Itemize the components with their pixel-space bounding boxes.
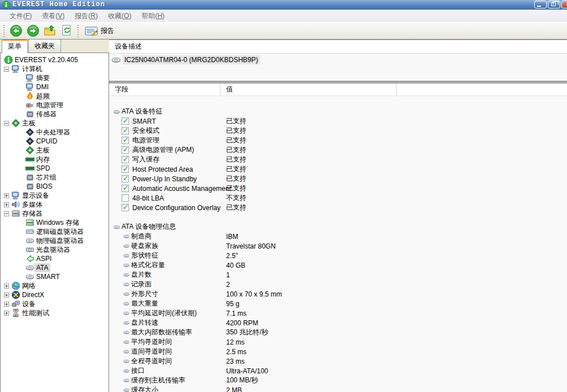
expand-icon[interactable]	[4, 302, 9, 307]
tree-item-计算机[interactable]: 计算机	[1, 64, 109, 73]
app-icon	[2, 1, 10, 8]
tree-item-传感器[interactable]: 传感器	[1, 110, 109, 119]
menu-item-h[interactable]: 帮助(H)	[136, 10, 170, 23]
tree-item-设备[interactable]: 设备	[1, 299, 109, 308]
table-row[interactable]: 缓存大小2 MB	[109, 385, 567, 392]
benchmark-icon	[11, 308, 20, 317]
tree-item-DirectX[interactable]: DirectX	[1, 290, 109, 299]
table-row[interactable]: 平均寻道时间12 ms	[109, 337, 567, 347]
table-row[interactable]: Power-Up In Standby已支持	[109, 174, 567, 184]
table-row[interactable]: Automatic Acoustic Management已支持	[109, 184, 567, 193]
toolbar-grip[interactable]	[3, 25, 6, 37]
menu-item-o[interactable]: 收藏(O)	[103, 10, 136, 23]
ram-icon	[25, 164, 34, 173]
tree-item-label: 性能测试	[20, 308, 51, 319]
table-row[interactable]: 盘片转速4200 RPM	[109, 318, 567, 328]
field-value: Travelstar 80GN	[220, 242, 276, 250]
table-row[interactable]: 格式化容量40 GB	[109, 260, 567, 270]
hdd-icon	[122, 387, 131, 392]
tree-item-BIOS[interactable]: BIOS	[1, 182, 109, 191]
table-row[interactable]: 外形尺寸100 x 70 x 9.5 mm	[109, 289, 567, 299]
tree-item-网络[interactable]: 网络	[1, 281, 109, 290]
table-row[interactable]: 记录面2	[109, 280, 567, 289]
minimize-button[interactable]	[534, 1, 547, 8]
tree-item-主板[interactable]: 主板	[1, 146, 109, 155]
table-row[interactable]: Device Configuration Overlay已支持	[109, 203, 567, 212]
table-row[interactable]: 最大重量95 g	[109, 299, 567, 308]
tree-item-ASPI[interactable]: ASPI	[1, 254, 109, 263]
column-header-value[interactable]: 值	[220, 84, 397, 95]
board-icon	[25, 146, 34, 155]
up-button[interactable]	[41, 23, 58, 39]
report-button[interactable]: 报告	[81, 24, 118, 38]
app-window: EVEREST Home Edition × 文件(F)查看(V)报告(R)收藏…	[0, 0, 567, 392]
tree-item-性能测试[interactable]: 性能测试	[1, 308, 109, 317]
hdd-icon	[122, 291, 131, 297]
table-row[interactable]: 缓存到主机传输率100 MB/秒	[109, 376, 567, 385]
collapse-icon[interactable]	[4, 67, 9, 72]
menu-item-r[interactable]: 报告(R)	[70, 10, 103, 23]
expand-icon[interactable]	[4, 193, 9, 198]
refresh-button[interactable]	[58, 23, 75, 39]
expand-icon[interactable]	[4, 284, 9, 289]
table-row[interactable]: 电源管理已支持	[109, 136, 567, 145]
tree-item-SMART[interactable]: SMART	[1, 272, 109, 281]
field-value: 2.5"	[220, 252, 238, 260]
tree-item-EVEREST-v2-20-405[interactable]: EVEREST v2.20.405	[1, 55, 109, 64]
table-row[interactable]: 平均延迟时间(潜伏期)7.1 ms	[109, 308, 567, 318]
table-row[interactable]: 道间寻道时间2.5 ms	[109, 347, 567, 356]
collapse-icon[interactable]	[4, 211, 9, 216]
toolbar-grip2[interactable]	[77, 25, 80, 37]
restore-icon	[551, 2, 556, 6]
tree-item-光盘驱动器[interactable]: 光盘驱动器	[1, 245, 109, 254]
tree-item-多媒体[interactable]: 多媒体	[1, 200, 109, 209]
expand-icon[interactable]	[4, 293, 9, 298]
table-row[interactable]: SMART已支持	[109, 116, 567, 126]
tab-favorites[interactable]: 收藏夹	[28, 40, 61, 53]
aspi-icon	[25, 254, 34, 263]
table-row[interactable]: 形状特征2.5"	[109, 251, 567, 260]
tree-item-内存[interactable]: 内存	[1, 155, 109, 164]
flame-icon	[25, 92, 34, 101]
field-label: 盘片转速	[131, 318, 158, 328]
table-row[interactable]: 盘片数1	[109, 270, 567, 280]
table-row[interactable]: 写入缓存已支持	[109, 155, 567, 164]
column-header-field[interactable]: 字段	[109, 84, 220, 95]
tree-item-摘要[interactable]: 摘要	[1, 73, 109, 82]
table-row[interactable]: 全程寻道时间23 ms	[109, 356, 567, 366]
tree-item-芯片组[interactable]: 芯片组	[1, 173, 109, 182]
field-label: 硬盘家族	[131, 241, 158, 251]
table-row[interactable]: 制造商IBM	[109, 232, 567, 241]
tree-item-CPUID[interactable]: CPUID	[1, 137, 109, 146]
close-button[interactable]: ×	[561, 1, 567, 8]
collapse-icon[interactable]	[4, 121, 9, 126]
tree-item-中央处理器[interactable]: 中央处理器	[1, 128, 109, 137]
tree-item-DMI[interactable]: DMI	[1, 82, 109, 92]
field-value: 23 ms	[220, 358, 245, 365]
expand-icon[interactable]	[4, 202, 9, 207]
board-icon	[11, 119, 20, 128]
restore-button[interactable]	[548, 1, 560, 8]
field-value: 已支持	[220, 184, 246, 193]
table-row[interactable]: Host Protected Area已支持	[109, 164, 567, 174]
table-row[interactable]: 48-bit LBA不支持	[109, 193, 567, 203]
back-button[interactable]	[7, 23, 24, 39]
forward-button[interactable]	[24, 23, 41, 39]
menu-item-v[interactable]: 查看(V)	[37, 10, 70, 23]
table-row[interactable]: 接口Ultra-ATA/100	[109, 366, 567, 376]
field-value: 已支持	[220, 145, 246, 155]
section-title: ATA 设备特征	[122, 107, 162, 116]
table-row[interactable]: 最大内部数据传输率350 兆比特/秒	[109, 328, 567, 337]
table-row[interactable]: 高级电源管理 (APM)已支持	[109, 145, 567, 155]
power-icon	[25, 101, 34, 110]
table-row[interactable]: 安全模式已支持	[109, 126, 567, 136]
tree-item-ATA[interactable]: ATA	[1, 263, 109, 272]
field-value: 95 g	[220, 300, 239, 308]
device-item[interactable]: IC25N040ATMR04-0 (MRG2D0KBDSHB9P)	[111, 55, 260, 64]
expand-icon[interactable]	[4, 311, 9, 316]
table-row[interactable]: 硬盘家族Travelstar 80GN	[109, 241, 567, 251]
field-label: 平均延迟时间(潜伏期)	[131, 308, 197, 318]
tab-menu[interactable]: 菜单	[2, 40, 28, 53]
menu-item-f[interactable]: 文件(F)	[5, 10, 37, 23]
tree-item-显示设备[interactable]: 显示设备	[1, 191, 109, 200]
